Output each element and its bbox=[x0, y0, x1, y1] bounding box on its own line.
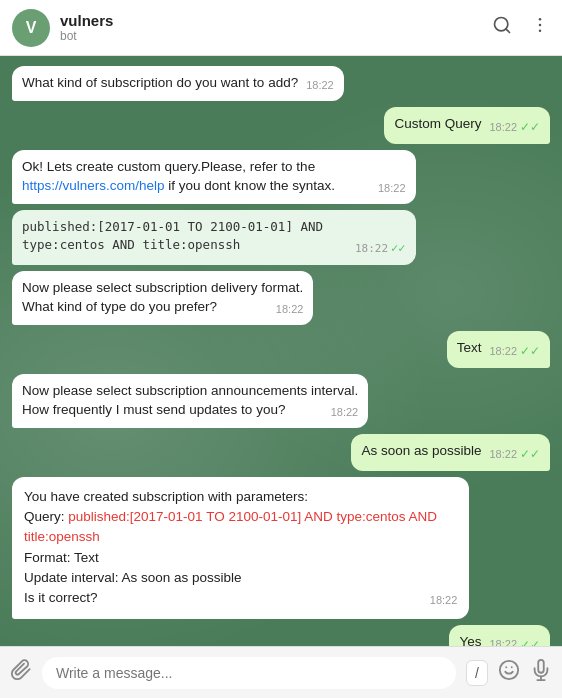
message-row: published:[2017-01-01 TO 2100-01-01] AND… bbox=[12, 210, 550, 264]
query-highlight: published:[2017-01-01 TO 2100-01-01] AND… bbox=[24, 509, 437, 544]
chat-messages: What kind of subscription do you want to… bbox=[0, 56, 562, 646]
message-bubble: Text 18:22 ✓✓ bbox=[447, 331, 550, 368]
message-time: 18:22 ✓✓ bbox=[489, 637, 540, 646]
message-row: You have created subscription with param… bbox=[12, 477, 550, 619]
message-time: 18:22 bbox=[276, 302, 304, 317]
chat-header: V vulners bot bbox=[0, 0, 562, 56]
chat-status: bot bbox=[60, 29, 492, 43]
message-row: Now please select subscription delivery … bbox=[12, 271, 550, 325]
svg-point-3 bbox=[539, 24, 542, 27]
message-time: 18:22 ✓✓ bbox=[489, 119, 540, 136]
message-time: 18:22 ✓✓ bbox=[489, 446, 540, 463]
message-row: Text 18:22 ✓✓ bbox=[12, 331, 550, 368]
svg-point-5 bbox=[500, 661, 518, 679]
message-bubble: Yes 18:22 ✓✓ bbox=[449, 625, 550, 646]
svg-line-1 bbox=[506, 29, 510, 33]
svg-point-4 bbox=[539, 30, 542, 33]
emoji-icon[interactable] bbox=[498, 659, 520, 686]
bot-avatar: V bbox=[12, 9, 50, 47]
message-bubble: What kind of subscription do you want to… bbox=[12, 66, 344, 101]
message-row: Ok! Lets create custom query.Please, ref… bbox=[12, 150, 550, 204]
message-time: 18:22 bbox=[378, 181, 406, 196]
slash-button[interactable]: / bbox=[466, 660, 488, 686]
message-time: 18:22 bbox=[430, 592, 458, 609]
help-link[interactable]: https://vulners.com/help bbox=[22, 178, 165, 193]
attach-icon[interactable] bbox=[10, 659, 32, 686]
message-time: 18:22 bbox=[331, 405, 359, 420]
more-options-icon[interactable] bbox=[530, 15, 550, 40]
message-bubble-summary: You have created subscription with param… bbox=[12, 477, 469, 619]
message-row: Yes 18:22 ✓✓ bbox=[12, 625, 550, 646]
message-time: 18:22 bbox=[306, 78, 334, 93]
message-input[interactable] bbox=[42, 657, 456, 689]
message-bubble: Custom Query 18:22 ✓✓ bbox=[384, 107, 550, 144]
message-bubble: Ok! Lets create custom query.Please, ref… bbox=[12, 150, 416, 204]
header-actions bbox=[492, 15, 550, 40]
message-bubble: As soon as possible 18:22 ✓✓ bbox=[351, 434, 550, 471]
message-time: 18:22 ✓✓ bbox=[489, 343, 540, 360]
search-icon[interactable] bbox=[492, 15, 512, 40]
input-bar: / bbox=[0, 646, 562, 698]
message-bubble-code: published:[2017-01-01 TO 2100-01-01] AND… bbox=[12, 210, 416, 264]
message-row: Now please select subscription announcem… bbox=[12, 374, 550, 428]
message-time: 18:22 ✓✓ bbox=[355, 240, 406, 257]
header-info: vulners bot bbox=[60, 12, 492, 43]
chat-name: vulners bbox=[60, 12, 492, 29]
mic-icon[interactable] bbox=[530, 659, 552, 686]
message-bubble: Now please select subscription delivery … bbox=[12, 271, 313, 325]
message-row: Custom Query 18:22 ✓✓ bbox=[12, 107, 550, 144]
message-bubble: Now please select subscription announcem… bbox=[12, 374, 368, 428]
message-row: What kind of subscription do you want to… bbox=[12, 66, 550, 101]
svg-point-2 bbox=[539, 18, 542, 21]
message-row: As soon as possible 18:22 ✓✓ bbox=[12, 434, 550, 471]
